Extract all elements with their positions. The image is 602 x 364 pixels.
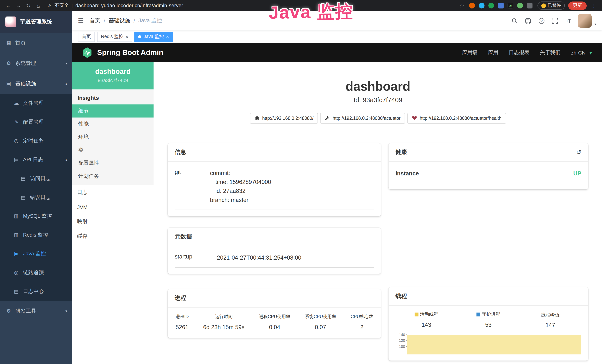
- browser-home-icon[interactable]: ⌂: [34, 1, 43, 10]
- chevron-up-icon: ▴: [65, 82, 67, 86]
- extension-drop-icon[interactable]: [479, 3, 484, 8]
- annotation-java-monitor: Java 监控: [269, 0, 354, 25]
- sidebar-item-log-center[interactable]: ▤ 日志中心: [0, 282, 72, 300]
- sidebar-item-config-management[interactable]: ✎ 配置管理: [0, 113, 72, 131]
- close-icon[interactable]: ×: [126, 34, 128, 39]
- insights-label: Insights: [72, 89, 153, 104]
- extension-switch-on-icon[interactable]: on: [507, 3, 513, 8]
- table-row: Instance UP: [396, 164, 581, 183]
- sba-item-classes[interactable]: 类: [72, 143, 153, 157]
- sidebar-item-trace[interactable]: ◎ 链路追踪: [0, 263, 72, 282]
- help-icon[interactable]: ?: [538, 17, 545, 24]
- detail-cards: 信息 git commit: time: 1596289704000: [168, 143, 588, 361]
- search-icon[interactable]: [511, 17, 518, 24]
- sba-item-jvm[interactable]: JVM: [72, 200, 153, 214]
- sba-item-mappings[interactable]: 映射: [72, 214, 153, 229]
- sba-item-details[interactable]: 细节: [72, 104, 153, 117]
- sba-item-scheduled-tasks[interactable]: 计划任务: [72, 170, 153, 183]
- sidebar-item-redis-monitor[interactable]: ▥ Redis 监控: [0, 225, 72, 244]
- sidebar-item-access-logs[interactable]: ▤ 访问日志: [0, 169, 72, 188]
- address-bar[interactable]: ⚠ 不安全 | dashboard.yudao.iocoder.cn/infra…: [48, 2, 183, 9]
- sidebar-item-label: Java 监控: [23, 250, 46, 257]
- sba-item-loggers[interactable]: 日志: [72, 185, 153, 200]
- breadcrumb-infrastructure[interactable]: 基础设施: [109, 17, 130, 24]
- avatar[interactable]: [578, 14, 592, 28]
- info-card-body: git commit: time: 1596289704000 id: 27aa…: [168, 162, 381, 216]
- column-value: 5261: [175, 324, 189, 330]
- sba-item-metrics[interactable]: 性能: [72, 118, 153, 130]
- legend-label: 守护进程: [482, 311, 500, 318]
- paused-badge[interactable]: 已暂停: [537, 1, 565, 10]
- sba-item-environment[interactable]: 环境: [72, 130, 153, 143]
- sba-content: dashboard Id: 93a3fc7f7409 http://192.16…: [153, 62, 602, 364]
- home-link-icon: [255, 116, 259, 121]
- card-title: 进程: [175, 295, 186, 302]
- status-badge: UP: [573, 170, 581, 177]
- font-size-icon[interactable]: TT: [565, 17, 572, 24]
- language-select[interactable]: zh-CN ▼: [571, 50, 593, 55]
- sba-item-config-props[interactable]: 配置属性: [72, 157, 153, 170]
- sidebar-item-dev-tools[interactable]: ⚙ 研发工具 ▾: [0, 300, 72, 321]
- bookmark-star-icon[interactable]: ☆: [460, 2, 464, 9]
- tab-home[interactable]: 首页: [78, 32, 95, 42]
- instance-header[interactable]: dashboard 93a3fc7f7409: [72, 62, 153, 89]
- metadata-value: 2021-04-27T00:44:31.254+08:00: [217, 253, 374, 262]
- chevron-down-icon[interactable]: ▾: [595, 22, 596, 28]
- tab-label: Redis 监控: [101, 33, 123, 40]
- sba-link-applications[interactable]: 应用: [488, 49, 498, 56]
- github-icon[interactable]: [524, 17, 532, 24]
- sba-link-journal[interactable]: 日志报表: [509, 49, 529, 56]
- language-label: zh-CN: [571, 50, 585, 55]
- question-glyph: ?: [538, 18, 544, 23]
- y-tick: 100: [396, 345, 407, 351]
- security-label[interactable]: 不安全: [54, 2, 69, 9]
- extension-grid-icon[interactable]: [498, 3, 504, 8]
- metadata-card-header: 元数据: [168, 228, 381, 246]
- actuator-url-button[interactable]: http://192.168.0.2:48080/actuator: [320, 113, 405, 124]
- sidebar-item-home[interactable]: ▦ 首页: [0, 33, 72, 53]
- forward-icon[interactable]: →: [14, 1, 23, 10]
- extension-green-icon[interactable]: [488, 3, 494, 8]
- extension-leaf-icon[interactable]: [517, 3, 523, 8]
- health-url-button[interactable]: http://192.168.0.2:48080/actuator/health: [408, 113, 506, 124]
- url-text[interactable]: dashboard.yudao.iocoder.cn/infra/admin-s…: [75, 3, 183, 8]
- hamburger-icon[interactable]: ☰: [78, 17, 84, 25]
- sba-link-about[interactable]: 关于我们: [540, 49, 561, 56]
- close-icon[interactable]: ×: [166, 34, 169, 39]
- document-icon: ▤: [20, 175, 27, 181]
- legend-live-threads: 活动线程 143: [396, 311, 457, 328]
- tab-redis-monitor[interactable]: Redis 监控 ×: [97, 32, 132, 42]
- history-icon[interactable]: ↺: [576, 149, 581, 156]
- sba-brand[interactable]: Spring Boot Admin: [81, 47, 163, 58]
- tab-java-monitor[interactable]: Java 监控 ×: [134, 32, 172, 42]
- sidebar-item-mysql-monitor[interactable]: ▥ MySQL 监控: [0, 207, 72, 225]
- sidebar-item-infrastructure[interactable]: ▣ 基础设施 ▴: [0, 74, 72, 94]
- update-button[interactable]: 更新: [568, 1, 587, 10]
- sidebar-item-file-management[interactable]: ☁ 文件管理: [0, 94, 72, 112]
- breadcrumb-home[interactable]: 首页: [90, 17, 100, 24]
- sidebar-item-java-monitor[interactable]: ▣ Java 监控: [0, 244, 72, 263]
- sba-item-caches[interactable]: 缓存: [72, 229, 153, 244]
- insights-group: Insights 细节 性能 环境 类 配置属性 计划任务: [72, 89, 153, 185]
- chart-area-fill: [407, 335, 581, 354]
- app-logo[interactable]: 芋道管理系统: [0, 11, 72, 33]
- document-icon: ▤: [13, 157, 20, 162]
- extensions-puzzle-icon[interactable]: [527, 3, 532, 8]
- extension-fox-icon[interactable]: [469, 3, 475, 8]
- sidebar-item-error-logs[interactable]: ▤ 错误日志: [0, 188, 72, 207]
- instance-name: dashboard: [75, 67, 150, 75]
- sidebar-item-scheduled-tasks[interactable]: ◷ 定时任务: [0, 131, 72, 150]
- sba-link-wallboard[interactable]: 应用墙: [462, 49, 478, 56]
- actuator-url: http://192.168.0.2:48080/actuator: [333, 116, 400, 121]
- cards-column-right: 健康 ↺ Instance UP: [389, 143, 588, 361]
- service-url-button[interactable]: http://192.168.0.2:48080/: [250, 113, 318, 124]
- sidebar-item-system-management[interactable]: ⚙ 系统管理 ▾: [0, 53, 72, 74]
- cloud-icon: ☁: [13, 100, 20, 106]
- fullscreen-icon[interactable]: [551, 17, 559, 24]
- back-icon[interactable]: ←: [4, 1, 13, 10]
- sidebar-item-api-logs[interactable]: ▤ API 日志 ▴: [0, 150, 72, 169]
- browser-menu-icon[interactable]: ⋮: [590, 2, 598, 9]
- breadcrumb-current: Java 监控: [139, 17, 162, 24]
- process-card-header: 进程: [168, 289, 381, 308]
- refresh-icon[interactable]: ↻: [24, 1, 33, 10]
